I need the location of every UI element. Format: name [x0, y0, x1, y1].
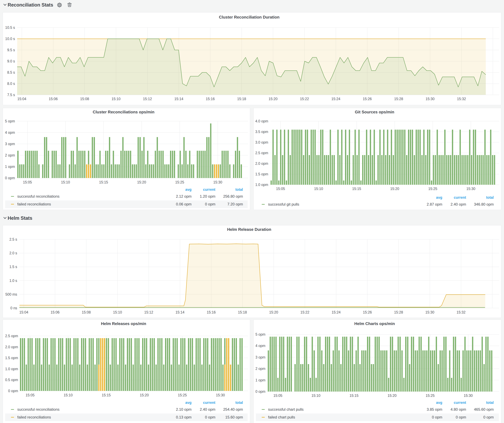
svg-text:1.20 opm: 1.20 opm	[200, 194, 215, 198]
svg-text:15:10: 15:10	[314, 187, 323, 191]
svg-text:9.0 s: 9.0 s	[7, 59, 15, 63]
svg-text:15:06: 15:06	[50, 310, 60, 314]
svg-text:15:25: 15:25	[426, 394, 435, 398]
svg-text:successful reconciliations: successful reconciliations	[17, 407, 60, 411]
svg-text:3 opm: 3 opm	[5, 142, 15, 146]
svg-text:15:10: 15:10	[64, 393, 73, 397]
svg-text:0.5 opm: 0.5 opm	[5, 378, 18, 382]
svg-text:total: total	[235, 188, 243, 192]
svg-text:465.60 opm: 465.60 opm	[474, 407, 494, 411]
svg-text:2 opm: 2 opm	[255, 367, 265, 371]
svg-text:15:25: 15:25	[178, 393, 187, 397]
svg-text:1.0 opm: 1.0 opm	[5, 367, 18, 371]
svg-text:15:16: 15:16	[207, 310, 216, 314]
svg-text:Cluster Reconciliation Duratio: Cluster Reconciliation Duration	[219, 15, 280, 19]
svg-text:0 opm: 0 opm	[483, 415, 494, 419]
svg-text:current: current	[203, 188, 216, 192]
svg-text:15.60 opm: 15.60 opm	[225, 415, 243, 419]
svg-text:15:26: 15:26	[363, 97, 372, 101]
svg-text:15:32: 15:32	[457, 310, 466, 314]
svg-text:5 opm: 5 opm	[255, 332, 265, 336]
svg-text:0 ns: 0 ns	[11, 306, 17, 310]
svg-text:15:10: 15:10	[112, 97, 121, 101]
svg-text:15:06: 15:06	[49, 97, 58, 101]
svg-text:successful git pulls: successful git pulls	[268, 202, 299, 206]
svg-text:total: total	[235, 400, 243, 405]
svg-text:5 opm: 5 opm	[5, 119, 15, 123]
svg-text:15:30: 15:30	[466, 187, 475, 191]
svg-text:15:30: 15:30	[213, 180, 222, 184]
svg-text:current: current	[454, 195, 466, 200]
svg-text:Helm Releases ops/min: Helm Releases ops/min	[101, 321, 146, 326]
svg-text:15:04: 15:04	[19, 310, 28, 314]
svg-text:15:15: 15:15	[102, 393, 111, 397]
svg-text:current: current	[203, 400, 216, 405]
svg-text:15:15: 15:15	[99, 180, 108, 184]
svg-text:15:05: 15:05	[25, 393, 35, 397]
svg-text:15:12: 15:12	[143, 97, 152, 101]
svg-text:15:16: 15:16	[206, 97, 215, 101]
svg-text:2.40 opm: 2.40 opm	[450, 202, 466, 206]
svg-text:7.20 opm: 7.20 opm	[227, 202, 243, 206]
svg-text:15:10: 15:10	[61, 180, 70, 184]
svg-text:15:08: 15:08	[82, 310, 91, 314]
svg-text:15:20: 15:20	[390, 187, 399, 191]
svg-text:1.0 s: 1.0 s	[9, 279, 17, 283]
svg-text:0 opm: 0 opm	[205, 415, 215, 419]
svg-text:15:20: 15:20	[140, 393, 149, 397]
svg-text:15:22: 15:22	[300, 310, 310, 314]
svg-text:15:05: 15:05	[23, 180, 32, 184]
svg-text:2.10 opm: 2.10 opm	[176, 407, 192, 411]
svg-text:successful reconciliations: successful reconciliations	[17, 194, 60, 198]
svg-text:failed chart pulls: failed chart pulls	[268, 415, 295, 419]
svg-text:8.0 s: 8.0 s	[7, 82, 15, 86]
svg-text:256.80 opm: 256.80 opm	[223, 194, 243, 198]
svg-text:15:30: 15:30	[426, 97, 435, 101]
svg-text:avg: avg	[436, 400, 442, 405]
svg-text:15:20: 15:20	[269, 97, 277, 101]
svg-text:15:15: 15:15	[352, 187, 361, 191]
svg-text:total: total	[486, 400, 494, 405]
svg-text:10.5 s: 10.5 s	[5, 26, 15, 29]
svg-text:15:20: 15:20	[388, 394, 397, 398]
svg-text:0 opm: 0 opm	[456, 415, 466, 419]
svg-text:2.0 s: 2.0 s	[9, 251, 17, 255]
svg-text:Cluster Reconciliations ops/mi: Cluster Reconciliations ops/min	[93, 110, 155, 114]
svg-text:1.5 opm: 1.5 opm	[255, 172, 268, 176]
svg-text:2 opm: 2 opm	[5, 153, 15, 157]
svg-text:15:24: 15:24	[331, 97, 340, 101]
svg-text:500 ms: 500 ms	[6, 292, 17, 296]
svg-text:254.40 opm: 254.40 opm	[223, 407, 243, 411]
svg-text:3.0 opm: 3.0 opm	[255, 140, 268, 144]
svg-text:1 opm: 1 opm	[255, 378, 265, 382]
svg-text:0 opm: 0 opm	[432, 415, 442, 419]
svg-text:1.0 opm: 1.0 opm	[255, 183, 268, 187]
svg-text:2.0 opm: 2.0 opm	[5, 345, 18, 349]
svg-text:0.06 opm: 0.06 opm	[176, 202, 192, 206]
svg-text:1 opm: 1 opm	[5, 165, 15, 169]
svg-text:1.5 s: 1.5 s	[9, 265, 17, 269]
svg-text:8.5 s: 8.5 s	[7, 70, 15, 74]
svg-text:successful chart pulls: successful chart pulls	[268, 407, 304, 411]
svg-text:Git Sources ops/min: Git Sources ops/min	[355, 110, 394, 114]
svg-text:2.12 opm: 2.12 opm	[176, 194, 192, 198]
svg-text:15:26: 15:26	[363, 310, 372, 314]
svg-text:2.5 s: 2.5 s	[9, 237, 17, 241]
svg-text:15:14: 15:14	[175, 310, 185, 314]
svg-text:15:18: 15:18	[237, 97, 246, 101]
svg-text:2.5 opm: 2.5 opm	[255, 151, 268, 155]
svg-text:0 opm: 0 opm	[255, 389, 265, 394]
svg-text:failed reconciliations: failed reconciliations	[17, 415, 51, 419]
svg-text:4.0 opm: 4.0 opm	[255, 119, 268, 123]
svg-text:15:32: 15:32	[457, 97, 466, 101]
svg-text:15:22: 15:22	[300, 97, 309, 101]
svg-text:0.13 opm: 0.13 opm	[176, 415, 192, 419]
svg-text:15:10: 15:10	[311, 394, 320, 398]
svg-text:7.5 s: 7.5 s	[7, 93, 15, 97]
svg-text:15:24: 15:24	[332, 310, 341, 314]
svg-text:15:05: 15:05	[276, 187, 285, 191]
svg-text:3 opm: 3 opm	[255, 355, 265, 359]
svg-text:avg: avg	[185, 400, 192, 405]
svg-text:15:30: 15:30	[425, 310, 434, 314]
svg-text:15:20: 15:20	[269, 310, 278, 314]
